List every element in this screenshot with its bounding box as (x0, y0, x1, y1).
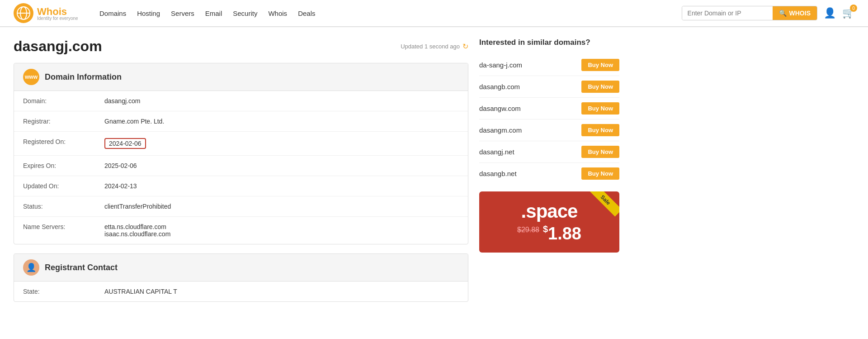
page-title-row: dasangj.com Updated 1 second ago ↻ (14, 38, 468, 55)
sale-price-row: $29.88 $ 1.88 (488, 224, 610, 244)
value-status: clientTransferProhibited (95, 196, 468, 217)
value-expires-on: 2025-02-06 (95, 156, 468, 176)
header-right: 🔍 WHOIS 👤 🛒 0 (682, 6, 854, 20)
registrant-table: State: AUSTRALIAN CAPITAL T (14, 282, 468, 301)
buy-now-button[interactable]: Buy Now (581, 102, 619, 115)
table-row: Registrar: Gname.com Pte. Ltd. (14, 111, 468, 132)
logo[interactable]: Whois Identity for everyone (14, 3, 86, 23)
similar-domain-name: dasangw.com (479, 105, 521, 112)
nav-whois[interactable]: Whois (268, 8, 287, 19)
label-status: Status: (14, 196, 95, 217)
table-row: Name Servers: etta.ns.cloudflare.com isa… (14, 217, 468, 244)
domain-info-icon: www (23, 69, 39, 85)
buy-now-button[interactable]: Buy Now (581, 124, 619, 136)
similar-domain-row: da-sang-j.com Buy Now (479, 54, 619, 76)
label-state: State: (14, 282, 95, 301)
nav-deals[interactable]: Deals (298, 8, 315, 19)
label-registered-on: Registered On: (14, 132, 95, 156)
table-row: Updated On: 2024-02-13 (14, 176, 468, 196)
nav-hosting[interactable]: Hosting (137, 8, 160, 19)
registrant-card: 👤 Registrant Contact State: AUSTRALIAN C… (14, 253, 468, 302)
similar-domain-row: dasangm.com Buy Now (479, 119, 619, 141)
value-registrar: Gname.com Pte. Ltd. (95, 111, 468, 132)
table-row: State: AUSTRALIAN CAPITAL T (14, 282, 468, 301)
logo-icon (14, 3, 33, 23)
main-content: dasangj.com Updated 1 second ago ↻ www D… (0, 27, 633, 322)
value-domain: dasangj.com (95, 91, 468, 111)
value-registered-on: 2024-02-06 (95, 132, 468, 156)
value-updated-on: 2024-02-13 (95, 176, 468, 196)
sale-card: Sale .space $29.88 $ 1.88 (479, 191, 619, 253)
domain-info-title: Domain Information (45, 72, 122, 82)
domain-info-header: www Domain Information (14, 63, 468, 91)
similar-domain-name: dasangj.net (479, 148, 514, 156)
similar-domain-name: dasangb.com (479, 83, 520, 91)
nav-servers[interactable]: Servers (171, 8, 194, 19)
user-icon[interactable]: 👤 (824, 7, 836, 19)
label-nameservers: Name Servers: (14, 217, 95, 244)
buy-now-button[interactable]: Buy Now (581, 167, 619, 180)
registrant-icon: 👤 (23, 259, 39, 276)
nav-email[interactable]: Email (205, 8, 222, 19)
refresh-icon[interactable]: ↻ (462, 42, 468, 51)
sale-dollar-sign: $ (543, 224, 548, 234)
logo-text-area: Whois Identity for everyone (37, 6, 78, 21)
value-state: AUSTRALIAN CAPITAL T (95, 282, 468, 301)
main-nav: Domains Hosting Servers Email Security W… (99, 8, 668, 19)
search-bar: 🔍 WHOIS (682, 6, 817, 20)
label-expires-on: Expires On: (14, 156, 95, 176)
cart-icon[interactable]: 🛒 0 (842, 7, 854, 19)
cart-badge: 0 (850, 5, 857, 12)
left-panel: dasangj.com Updated 1 second ago ↻ www D… (14, 38, 468, 311)
search-icon: 🔍 (779, 10, 787, 17)
label-domain: Domain: (14, 91, 95, 111)
similar-domain-name: dasangm.com (479, 126, 522, 134)
header: Whois Identity for everyone Domains Host… (0, 0, 868, 27)
similar-domain-name: dasangb.net (479, 170, 517, 177)
table-row: Expires On: 2025-02-06 (14, 156, 468, 176)
page-title: dasangj.com (14, 38, 102, 55)
search-input[interactable] (682, 6, 773, 20)
logo-sub: Identity for everyone (37, 16, 78, 21)
table-row: Status: clientTransferProhibited (14, 196, 468, 217)
right-panel: Interested in similar domains? da-sang-j… (479, 38, 619, 311)
table-row: Registered On: 2024-02-06 (14, 132, 468, 156)
domain-info-card: www Domain Information Domain: dasangj.c… (14, 63, 468, 244)
similar-domains-heading: Interested in similar domains? (479, 38, 619, 47)
nav-domains[interactable]: Domains (99, 8, 126, 19)
logo-brand: Whois (37, 6, 67, 17)
buy-now-button[interactable]: Buy Now (581, 146, 619, 158)
similar-domain-row: dasangb.net Buy Now (479, 163, 619, 184)
sale-tld: .space (488, 201, 610, 222)
sale-new-price: 1.88 (548, 224, 581, 244)
similar-domain-row: dasangw.com Buy Now (479, 98, 619, 119)
buy-now-button[interactable]: Buy Now (581, 81, 619, 93)
domain-info-table: Domain: dasangj.com Registrar: Gname.com… (14, 91, 468, 244)
updated-text-area: Updated 1 second ago ↻ (401, 42, 468, 51)
label-registrar: Registrar: (14, 111, 95, 132)
table-row: Domain: dasangj.com (14, 91, 468, 111)
value-nameservers: etta.ns.cloudflare.com isaac.ns.cloudfla… (95, 217, 468, 244)
updated-text: Updated 1 second ago (401, 43, 460, 50)
registrant-header: 👤 Registrant Contact (14, 254, 468, 282)
nav-security[interactable]: Security (233, 8, 257, 19)
similar-domains-list: da-sang-j.com Buy Now dasangb.com Buy No… (479, 54, 619, 184)
similar-domain-row: dasangb.com Buy Now (479, 76, 619, 98)
similar-domain-row: dasangj.net Buy Now (479, 141, 619, 163)
label-updated-on: Updated On: (14, 176, 95, 196)
registered-date-highlight: 2024-02-06 (104, 138, 146, 149)
buy-now-button[interactable]: Buy Now (581, 59, 619, 71)
similar-domain-name: da-sang-j.com (479, 61, 522, 69)
sale-old-price: $29.88 (517, 226, 539, 234)
whois-search-button[interactable]: 🔍 WHOIS (773, 6, 817, 20)
registrant-title: Registrant Contact (45, 263, 118, 272)
